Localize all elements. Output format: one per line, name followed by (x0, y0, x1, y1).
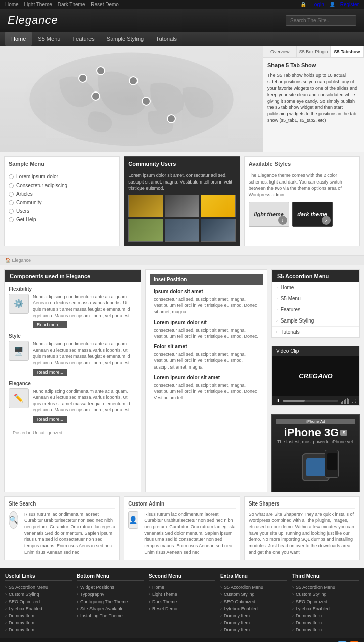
footer-link[interactable]: Dummy Item (5, 612, 72, 619)
custom-admin-panel: Custom Admin 👤 Risus rutrum lac ondiment… (124, 496, 240, 560)
sample-menu-item[interactable]: Consectetur adipiscing (9, 181, 115, 190)
footer-link[interactable]: Custom Styling (220, 591, 287, 598)
accordion-item[interactable]: › Sample Styling (272, 315, 359, 327)
community-img-1 (128, 195, 163, 217)
footer-link[interactable]: Custom Styling (292, 591, 359, 598)
footer-link[interactable]: Dummy Item (292, 612, 359, 619)
footer-link[interactable]: Dummy Item (220, 619, 287, 626)
vol-bar-5 (347, 398, 348, 404)
menu-dot (9, 192, 14, 197)
sample-menu-item[interactable]: Community (9, 198, 115, 207)
custom-admin-text: Risus rutrum lac ondimentum laoreet Cura… (144, 511, 235, 556)
footer-link[interactable]: Dummy Item (292, 619, 359, 626)
video-controls[interactable]: ⏸ ⛶ (272, 396, 359, 405)
footer-link[interactable]: S5 Accordion Menu (292, 584, 359, 591)
footer-link[interactable]: Lytebox Enabled (220, 605, 287, 612)
available-styles-desc: The Elegance theme comes with the 2 colo… (249, 172, 355, 198)
accordion-panel: S5 Accordion Menu › Home › S5 Menu › Fea… (271, 269, 360, 338)
footer-link[interactable]: Custom Styling (5, 591, 72, 598)
footer-link[interactable]: Lytebox Enabled (5, 605, 72, 612)
video-panel: Video Clip CREGANO ⏸ (271, 346, 360, 406)
accordion-item[interactable]: › Home (272, 282, 359, 293)
footer-link[interactable]: Dummy Item (220, 626, 287, 633)
top-bar-right: 🔒 Login 👤 Register (300, 2, 359, 7)
map-pin-4 (142, 97, 151, 106)
footer-link[interactable]: Installing The Theme (77, 612, 144, 619)
topbar-home-link[interactable]: Home (5, 2, 19, 7)
footer-link[interactable]: Dummy Item (292, 626, 359, 633)
footer-link[interactable]: Light Theme (149, 591, 215, 598)
iphone-side (325, 450, 339, 478)
fullscreen-icon[interactable]: ⛶ (352, 398, 356, 403)
register-link[interactable]: Register (340, 2, 359, 7)
flexibility-text: Nunc adipiscing condimentum ante ac aliq… (33, 294, 136, 319)
footer-link[interactable]: Dummy Item (220, 612, 287, 619)
video-player: CREGANO (272, 356, 359, 396)
accordion-item[interactable]: › S5 Menu (272, 293, 359, 304)
login-link[interactable]: Login (311, 2, 324, 7)
nav-features[interactable]: Features (66, 32, 100, 46)
footer-link[interactable]: S5 Accordion Menu (5, 584, 72, 591)
accordion-item[interactable]: › Tutorials (272, 327, 359, 337)
sample-menu-item[interactable]: Get Help (9, 215, 115, 224)
footer-link[interactable]: Reset Demo (149, 605, 215, 612)
sample-menu-panel: Sample Menu Lorem ipsum dolor Consectetu… (4, 156, 120, 246)
map-pin-6 (167, 114, 176, 123)
tab-s5box[interactable]: S5 Box Plugin (297, 46, 330, 57)
dark-theme-wrapper: dark theme › (292, 202, 333, 227)
footer-link[interactable]: Dummy Item (5, 619, 72, 626)
footer-link[interactable]: Widget Positions (77, 584, 144, 591)
footer-link[interactable]: Home (149, 584, 215, 591)
sample-menu-title: Sample Menu (9, 161, 115, 169)
search-input[interactable] (286, 15, 356, 26)
sample-menu-item[interactable]: Users (9, 207, 115, 215)
nav-tutorials[interactable]: Tutorials (150, 32, 183, 46)
dark-theme-button[interactable]: dark theme › (292, 202, 333, 227)
menu-item-label: Users (16, 208, 29, 214)
topbar-light-link[interactable]: Light Theme (24, 2, 52, 7)
tab-text: The S5 Tab show holds up to 10 actual si… (267, 72, 360, 123)
map-pin-1 (96, 66, 105, 75)
vol-bar-3 (344, 400, 345, 404)
elegance-read-more[interactable]: Read more... (33, 416, 67, 423)
bottom-three-row: Site Search 🔍 Risus rutrum lac ondimentu… (4, 496, 360, 560)
footer-link[interactable]: SEO Optimized (292, 598, 359, 605)
nav-sample-styling[interactable]: Sample Styling (101, 32, 150, 46)
user-icon: 👤 (329, 2, 335, 7)
footer-useful-links: Useful Links S5 Accordion Menu Custom St… (5, 573, 72, 633)
style-label: Style (9, 333, 136, 339)
footer-link[interactable]: Lytebox Enabled (292, 605, 359, 612)
tab-s5tabshow[interactable]: S5 Tabshow (331, 46, 364, 57)
footer-link[interactable]: SEO Optimized (220, 598, 287, 605)
nav-s5menu[interactable]: S5 Menu (32, 32, 66, 46)
accordion-item[interactable]: › Features (272, 304, 359, 315)
iphone-ad-tag: iPhone Ad (276, 419, 355, 424)
tab-overview[interactable]: Overview (263, 46, 297, 57)
topbar-dark-link[interactable]: Dark Theme (58, 2, 85, 7)
style-buttons: light theme › dark theme › (249, 202, 355, 227)
flexibility-read-more[interactable]: Read more... (33, 321, 67, 328)
footer-link[interactable]: Dark Theme (149, 598, 215, 605)
sample-menu-item[interactable]: Lorem ipsum dolor (9, 172, 115, 181)
lock-icon: 🔒 (300, 2, 306, 7)
inset-block-4-heading: Lorem ipsum dolor sit amet (154, 375, 259, 380)
sample-menu-item[interactable]: Articles (9, 190, 115, 198)
video-progress-fill (283, 400, 305, 402)
footer-link[interactable]: Dummy Item (5, 626, 72, 633)
style-read-more[interactable]: Read more... (33, 369, 67, 376)
flexibility-content: Nunc adipiscing condimentum ante ac aliq… (33, 294, 136, 328)
community-images-grid (128, 195, 235, 242)
header: Elegance (0, 9, 364, 32)
video-progress-bar[interactable] (283, 400, 338, 402)
footer-link[interactable]: S5 Accordion Menu (220, 584, 287, 591)
iphone-ad-panel: iPhone Ad iPhone 3G S The fastest, most … (271, 414, 360, 492)
topbar-reset-link[interactable]: Reset Demo (90, 2, 119, 7)
footer-link[interactable]: SEO Optimized (5, 598, 72, 605)
pause-icon[interactable]: ⏸ (275, 398, 280, 403)
home-icon: 🏠 (5, 258, 11, 263)
footer-link[interactable]: Typography (77, 591, 144, 598)
footer-link[interactable]: Configuring The Theme (77, 598, 144, 605)
nav-home[interactable]: Home (5, 32, 32, 46)
light-theme-button[interactable]: light theme › (249, 202, 289, 227)
footer-link[interactable]: Site Shaper Available (77, 605, 144, 612)
